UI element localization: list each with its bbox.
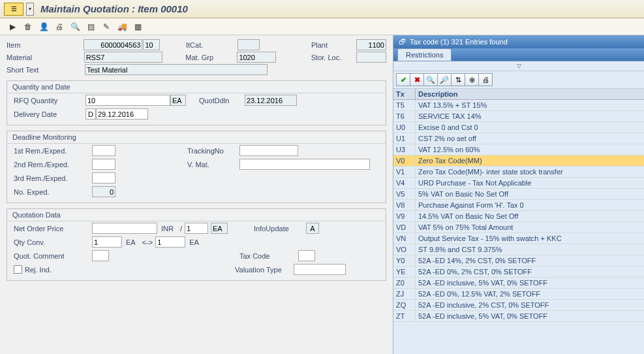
taxcode-row[interactable]: VDVAT 5% on 75% Total Amount bbox=[393, 222, 644, 233]
accept-icon[interactable]: ✔ bbox=[396, 73, 410, 86]
taxcode-row[interactable]: YE52A -ED 0%, 2% CST, 0% SETOFF bbox=[393, 266, 644, 278]
taxcode-cell-tx: V9 bbox=[393, 211, 416, 221]
taxcode-row[interactable]: VOST 9.8% and CST 9.375% bbox=[393, 244, 644, 255]
col-desc-header[interactable]: Description bbox=[416, 89, 644, 99]
shorttext-field[interactable] bbox=[85, 64, 268, 75]
delete-icon[interactable]: 🗑 bbox=[22, 21, 34, 33]
rem3-field[interactable] bbox=[92, 172, 115, 184]
taxcode-row[interactable]: ZQ52A -ED inclusive, 2% CST, 0% SETOFF bbox=[393, 300, 644, 311]
material-field[interactable] bbox=[84, 52, 162, 63]
cancel-icon[interactable]: ✖ bbox=[410, 73, 424, 86]
taxcode-list: T5VAT 13.5% + ST 15%T6SERVICE TAX 14%U0E… bbox=[393, 100, 644, 354]
qtyconv2-field[interactable] bbox=[155, 236, 185, 248]
matgrp-field[interactable] bbox=[237, 52, 276, 63]
infoupdate-field[interactable] bbox=[306, 223, 319, 234]
taxcode-label: Tax Code bbox=[239, 252, 298, 260]
page-title: Maintain Quotation : Item 00010 bbox=[40, 3, 188, 14]
personal-list-icon[interactable]: ⊕ bbox=[465, 73, 479, 86]
taxcode-cell-desc: CST 2% no set off bbox=[416, 133, 644, 144]
netprice-field[interactable] bbox=[92, 223, 157, 234]
menu-dropdown-icon[interactable]: ▾ bbox=[26, 3, 34, 16]
plant-field[interactable] bbox=[356, 39, 386, 50]
sort-icon[interactable]: ⇅ bbox=[451, 73, 465, 86]
quotation-data-group: Quotation Data Net Order Price INR / Inf… bbox=[7, 208, 386, 281]
taxcode-row[interactable]: U0Excise 0 and Cst 0 bbox=[393, 122, 644, 133]
find-next-icon[interactable]: 🔎 bbox=[437, 73, 452, 86]
taxcode-cell-desc: URD Purchase - Tax Not Applicable bbox=[416, 178, 644, 188]
taxcode-cell-desc: 14.5% VAT on Basic No Set Off bbox=[416, 211, 644, 221]
itcat-label: ItCat. bbox=[186, 41, 238, 49]
find-popup-icon[interactable]: 🔍 bbox=[423, 73, 438, 86]
calendar-icon[interactable]: ▦ bbox=[132, 21, 144, 33]
collapse-icon[interactable]: ▽ bbox=[393, 61, 644, 71]
taxcode-cell-desc: 52A -ED inclusive, 5% VAT, 0% SETOFF bbox=[416, 311, 644, 321]
search-help-icon: 🗗 bbox=[399, 38, 406, 46]
rem1-label: 1st Rem./Exped. bbox=[14, 147, 92, 155]
taxcode-row[interactable]: T5VAT 13.5% + ST 15% bbox=[393, 100, 644, 111]
find-icon[interactable]: 🔍 bbox=[69, 21, 81, 33]
taxcode-row[interactable]: V8Purchase Against Form 'H'. Tax 0 bbox=[393, 200, 644, 211]
rfqqty-label: RFQ Quantity bbox=[14, 97, 85, 105]
taxcode-row[interactable]: Y052A -ED 14%, 2% CST, 0% SETOFF bbox=[393, 255, 644, 266]
taxcode-row[interactable]: V55% VAT on Basic No Set Off bbox=[393, 189, 644, 200]
qtyconv1-uom: EA bbox=[122, 238, 140, 246]
slash-label: / bbox=[177, 225, 185, 233]
storloc-label: Stor. Loc. bbox=[311, 54, 356, 61]
taxcode-cell-tx: U0 bbox=[393, 122, 416, 133]
item-line-field[interactable] bbox=[143, 39, 160, 50]
taxcode-row[interactable]: ZT52A -ED inclusive, 5% VAT, 0% SETOFF bbox=[393, 311, 644, 322]
taxcode-row[interactable]: U3VAT 12.5% on 60% bbox=[393, 144, 644, 155]
storloc-field[interactable] bbox=[356, 52, 386, 63]
taxcode-row[interactable]: Z052A -ED inclusive, 5% VAT, 0% SETOFF bbox=[393, 278, 644, 289]
plant-label: Plant bbox=[311, 41, 356, 49]
tracking-field[interactable] bbox=[239, 145, 298, 156]
itcat-field[interactable] bbox=[238, 39, 260, 50]
taxcode-cell-desc: ST 9.8% and CST 9.375% bbox=[416, 244, 644, 255]
taxcode-cell-tx: V5 bbox=[393, 189, 416, 199]
taxcode-row[interactable]: T6SERVICE TAX 14% bbox=[393, 111, 644, 122]
edit-icon[interactable]: ✎ bbox=[100, 21, 112, 33]
matgrp-label: Mat. Grp bbox=[185, 54, 237, 61]
tab-restrictions[interactable]: Restrictions bbox=[397, 48, 452, 61]
taxcode-cell-desc: 52A -ED inclusive, 5% VAT, 0% SETOFF bbox=[416, 278, 644, 288]
item-number-field[interactable] bbox=[84, 39, 142, 50]
taxcode-row[interactable]: ZJ52A -ED 0%, 12.5% VAT, 2% SETOFF bbox=[393, 289, 644, 300]
rem1-field[interactable] bbox=[92, 145, 115, 156]
rfqqty-field[interactable] bbox=[85, 95, 170, 106]
delivdate-cat-field[interactable] bbox=[85, 108, 96, 120]
print-icon[interactable]: 🖨 bbox=[54, 21, 65, 33]
list-header: Tx Description bbox=[393, 89, 644, 100]
user-icon[interactable]: 👤 bbox=[38, 21, 50, 33]
taxcode-field[interactable] bbox=[298, 250, 315, 261]
popup-tabstrip: Restrictions bbox=[393, 48, 644, 61]
taxcode-row[interactable]: V1Zero Tax Code(MM)- inter state stock t… bbox=[393, 167, 644, 178]
delivdate-field[interactable] bbox=[96, 108, 148, 120]
taxcode-row[interactable]: U1CST 2% no set off bbox=[393, 133, 644, 144]
taxcode-row[interactable]: V0Zero Tax Code(MM) bbox=[393, 155, 644, 167]
taxcode-cell-desc: VAT 13.5% + ST 15% bbox=[416, 100, 644, 110]
taxcode-row[interactable]: VNOutput Service Tax - 15% with swatch +… bbox=[393, 233, 644, 244]
taxcode-row[interactable]: V914.5% VAT on Basic No Set Off bbox=[393, 211, 644, 222]
valtype-field[interactable] bbox=[294, 264, 346, 275]
taxcode-row[interactable]: V4URD Purchase - Tax Not Applicable bbox=[393, 178, 644, 189]
taxcode-cell-desc: Output Service Tax - 15% with swatch + K… bbox=[416, 233, 644, 244]
rejind-checkbox[interactable] bbox=[14, 265, 22, 274]
taxcode-cell-desc: 52A -ED 14%, 2% CST, 0% SETOFF bbox=[416, 255, 644, 266]
quotddln-field[interactable] bbox=[245, 95, 297, 106]
execute-icon[interactable]: ▶ bbox=[7, 21, 18, 33]
quotcomment-field[interactable] bbox=[92, 250, 109, 261]
app-toolbar: ▶ 🗑 👤 🖨 🔍 ▤ ✎ 🚚 ▦ bbox=[0, 18, 644, 35]
priceper-field[interactable] bbox=[185, 223, 208, 234]
taxcode-cell-tx: ZQ bbox=[393, 300, 416, 310]
menu-icon[interactable]: ☰ bbox=[4, 3, 23, 16]
qtyconv1-field[interactable] bbox=[92, 236, 122, 248]
quotcomment-label: Quot. Comment bbox=[14, 252, 92, 260]
truck-icon[interactable]: 🚚 bbox=[116, 21, 128, 33]
vmat-field[interactable] bbox=[239, 159, 370, 170]
rem2-field[interactable] bbox=[92, 159, 115, 170]
delivdate-label: Delivery Date bbox=[14, 110, 85, 118]
col-tx-header[interactable]: Tx bbox=[393, 89, 416, 99]
print-popup-icon[interactable]: 🖨 bbox=[478, 73, 493, 86]
deadline-title: Deadline Monitoring bbox=[7, 131, 386, 144]
list-icon[interactable]: ▤ bbox=[85, 21, 97, 33]
